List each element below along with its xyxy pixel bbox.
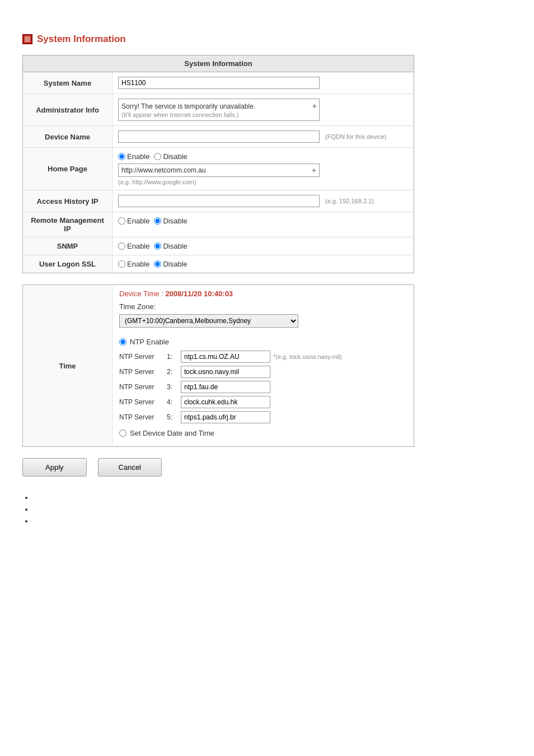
- ntp-server-num-3: 3:: [167, 383, 178, 391]
- user-logon-ssl-label: User Logon SSL: [23, 255, 113, 273]
- set-device-date-row: Set Device Date and Time: [119, 429, 407, 437]
- table-row: Administrator Info Sorry! The service is…: [23, 94, 414, 126]
- list-item: [34, 517, 517, 525]
- admin-info-line2: (It'll appear when Internet connection f…: [121, 111, 316, 118]
- home-page-disable-radio[interactable]: [154, 153, 161, 160]
- set-device-date-radio[interactable]: [119, 430, 127, 437]
- title-icon: [22, 34, 32, 44]
- ntp-server-label-4: NTP Server: [119, 398, 164, 406]
- home-page-value: Enable Disable http://www.netcomm.com.au…: [113, 148, 414, 190]
- home-page-disable-label[interactable]: Disable: [154, 152, 187, 161]
- page-title-text: System Information: [37, 34, 126, 45]
- timezone-select[interactable]: (GMT+10:00)Canberra,Melbourne,Sydney: [119, 314, 298, 328]
- remote-mgmt-disable-text: Disable: [163, 217, 187, 225]
- home-page-label: Home Page: [23, 148, 113, 190]
- system-name-input[interactable]: [118, 77, 320, 89]
- ntp-server-num-5: 5:: [167, 413, 178, 421]
- button-row: Apply Cancel: [22, 458, 517, 477]
- ntp-server-input-3[interactable]: [181, 381, 270, 393]
- timezone-label: Time Zone:: [119, 302, 407, 311]
- device-name-input[interactable]: [118, 130, 320, 143]
- snmp-value: Enable Disable: [113, 237, 414, 255]
- homepage-url-wrapper[interactable]: http://www.netcomm.com.au +: [118, 164, 320, 177]
- ntp-server-row-1: NTP Server 1: *(e.g. tock.usno.navy.mil): [119, 351, 407, 363]
- device-name-hint: (FQDN for this device): [325, 133, 386, 140]
- list-item: [34, 493, 517, 502]
- remote-mgmt-disable-label[interactable]: Disable: [154, 217, 187, 225]
- remote-mgmt-enable-radio[interactable]: [118, 217, 125, 225]
- table-row: SNMP Enable Disable: [23, 237, 414, 255]
- table-row: Remote Management IP Enable Disable: [23, 212, 414, 237]
- snmp-disable-text: Disable: [163, 242, 187, 250]
- access-history-ip-input[interactable]: [118, 195, 320, 207]
- homepage-url-text: http://www.netcomm.com.au: [121, 166, 206, 174]
- system-name-label: System Name: [23, 72, 113, 94]
- time-label: Time: [23, 285, 113, 447]
- snmp-label: SNMP: [23, 237, 113, 255]
- bullet-list: [34, 493, 517, 525]
- snmp-disable-radio[interactable]: [154, 242, 161, 250]
- apply-button[interactable]: Apply: [22, 458, 87, 477]
- remote-mgmt-disable-radio[interactable]: [154, 217, 161, 225]
- admin-info-line1: Sorry! The service is temporarily unavai…: [121, 101, 316, 111]
- ntp-server-input-1[interactable]: [181, 351, 270, 363]
- ntp-server-num-4: 4:: [167, 398, 178, 406]
- ntp-server-row-2: NTP Server 2:: [119, 366, 407, 378]
- home-page-enable-text: Enable: [127, 152, 149, 161]
- ntp-server-row-3: NTP Server 3:: [119, 381, 407, 393]
- remote-mgmt-enable-label[interactable]: Enable: [118, 217, 149, 225]
- set-device-date-label: Set Device Date and Time: [130, 429, 214, 437]
- ssl-enable-text: Enable: [127, 260, 149, 268]
- remote-mgmt-value: Enable Disable: [113, 212, 414, 237]
- remote-mgmt-enable-text: Enable: [127, 217, 149, 225]
- time-value: Device Time : 2008/11/20 10:40:03 Time Z…: [113, 285, 414, 447]
- page-title: System Information: [22, 34, 517, 45]
- admin-info-value: Sorry! The service is temporarily unavai…: [113, 94, 414, 126]
- ssl-disable-radio[interactable]: [154, 260, 161, 268]
- remote-mgmt-label: Remote Management IP: [23, 212, 113, 237]
- ntp-enable-label: NTP Enable: [130, 338, 169, 346]
- ssl-disable-label[interactable]: Disable: [154, 260, 187, 268]
- snmp-enable-radio[interactable]: [118, 242, 125, 250]
- device-time-label: Device Time :: [119, 290, 163, 298]
- ssl-enable-label[interactable]: Enable: [118, 260, 149, 268]
- ntp-enable-radio[interactable]: [119, 338, 127, 346]
- table-row: Home Page Enable Disable http://www.netc…: [23, 148, 414, 190]
- time-table: Time Device Time : 2008/11/20 10:40:03 T…: [22, 284, 414, 447]
- ntp-server-hint-1: *(e.g. tock.usno.navy.mil): [273, 353, 342, 360]
- home-page-enable-radio[interactable]: [118, 153, 125, 160]
- ntp-server-num-1: 1:: [167, 353, 178, 361]
- home-page-disable-text: Disable: [163, 152, 187, 161]
- system-info-header: System Information: [23, 55, 414, 72]
- ntp-server-input-2[interactable]: [181, 366, 270, 378]
- ntp-servers-container: NTP Server 1: *(e.g. tock.usno.navy.mil)…: [119, 351, 407, 423]
- ntp-server-row-4: NTP Server 4:: [119, 396, 407, 408]
- user-logon-ssl-value: Enable Disable: [113, 255, 414, 273]
- table-row: Device Name (FQDN for this device): [23, 126, 414, 148]
- admin-info-wrapper[interactable]: Sorry! The service is temporarily unavai…: [118, 99, 320, 121]
- home-page-enable-label[interactable]: Enable: [118, 152, 149, 161]
- homepage-url-hint: (e.g. http://www.google.com): [118, 179, 408, 185]
- access-history-ip-hint: (e.g. 192.168.2.1): [325, 198, 374, 204]
- admin-info-label: Administrator Info: [23, 94, 113, 126]
- table-row: User Logon SSL Enable Disable: [23, 255, 414, 273]
- snmp-enable-text: Enable: [127, 242, 149, 250]
- snmp-enable-label[interactable]: Enable: [118, 242, 149, 250]
- access-history-ip-label: Access History IP: [23, 190, 113, 212]
- table-row: Access History IP (e.g. 192.168.2.1): [23, 190, 414, 212]
- system-name-value: [113, 72, 414, 94]
- ntp-enable-row: NTP Enable: [119, 338, 407, 346]
- access-history-ip-value: (e.g. 192.168.2.1): [113, 190, 414, 212]
- ntp-server-input-4[interactable]: [181, 396, 270, 408]
- expand-icon: +: [312, 166, 316, 175]
- device-name-value: (FQDN for this device): [113, 126, 414, 148]
- cancel-button[interactable]: Cancel: [98, 458, 162, 477]
- ntp-server-label-3: NTP Server: [119, 383, 164, 391]
- ssl-enable-radio[interactable]: [118, 260, 125, 268]
- device-time-value: 2008/11/20 10:40:03: [165, 290, 233, 298]
- time-row: Time Device Time : 2008/11/20 10:40:03 T…: [23, 285, 414, 447]
- snmp-disable-label[interactable]: Disable: [154, 242, 187, 250]
- ssl-disable-text: Disable: [163, 260, 187, 268]
- system-info-table: System Information System Name Administr…: [22, 55, 414, 273]
- ntp-server-input-5[interactable]: [181, 411, 270, 423]
